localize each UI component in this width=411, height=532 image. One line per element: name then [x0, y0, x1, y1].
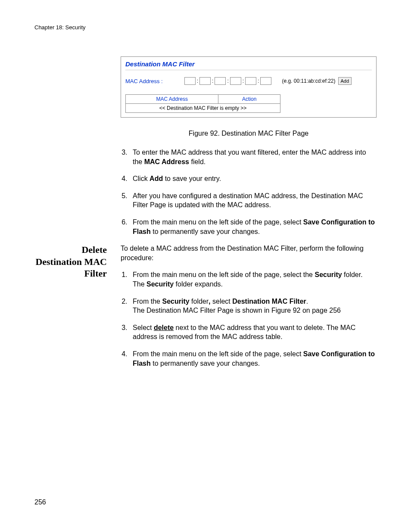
mac-octet-4[interactable]: [230, 77, 241, 85]
add-button[interactable]: Add: [338, 77, 352, 85]
step-6: From the main menu on the left side of t…: [129, 218, 377, 236]
mac-octet-6[interactable]: [260, 77, 271, 85]
delete-section: Delete Destination MAC Filter To delete …: [34, 244, 377, 376]
mac-address-row: MAC Address : : : : : : (e.g. 00:11:ab:c…: [125, 77, 372, 85]
mac-filter-table: MAC Address Action << Destination MAC Fi…: [125, 94, 280, 113]
figure-caption: Figure 92. Destination MAC Filter Page: [121, 130, 377, 137]
delete-step-2: From the Security folder, select Destina…: [129, 297, 377, 315]
page: Chapter 18: Security Destination MAC Fil…: [0, 0, 411, 532]
table-header-mac: MAC Address: [126, 95, 218, 104]
mac-example: (e.g. 00:11:ab:cd:ef:22): [282, 78, 335, 84]
chapter-header: Chapter 18: Security: [34, 24, 377, 31]
mac-octet-2[interactable]: [199, 77, 211, 85]
main-content: Destination MAC Filter MAC Address : : :…: [121, 56, 377, 236]
section-body: To delete a MAC address from the Destina…: [121, 244, 377, 376]
mac-address-inputs: : : : : :: [184, 77, 272, 85]
delete-step-4: From the main menu on the left side of t…: [129, 349, 377, 368]
mac-octet-1[interactable]: [184, 77, 196, 85]
table-header-action: Action: [218, 95, 280, 104]
step-4: Click Add to save your entry.: [129, 174, 377, 184]
figure-title: Destination MAC Filter: [125, 60, 195, 68]
delete-step-3: Select delete next to the MAC address th…: [129, 323, 377, 342]
section-intro: To delete a MAC address from the Destina…: [121, 244, 377, 262]
table-empty-row: << Destination MAC Filter is empty >>: [126, 104, 280, 113]
step-5: After you have configured a destination …: [129, 191, 377, 210]
page-number: 256: [34, 498, 46, 506]
steps-continued: To enter the MAC address that you want f…: [121, 148, 377, 236]
mac-address-label: MAC Address :: [125, 78, 163, 84]
section-heading-delete: Delete Destination MAC Filter: [34, 244, 121, 376]
delete-step-1: From the main menu on the left side of t…: [129, 270, 377, 289]
step-3: To enter the MAC address that you want f…: [129, 148, 377, 166]
figure-screenshot: Destination MAC Filter MAC Address : : :…: [121, 56, 377, 118]
mac-octet-3[interactable]: [215, 77, 226, 85]
mac-octet-5[interactable]: [245, 77, 256, 85]
